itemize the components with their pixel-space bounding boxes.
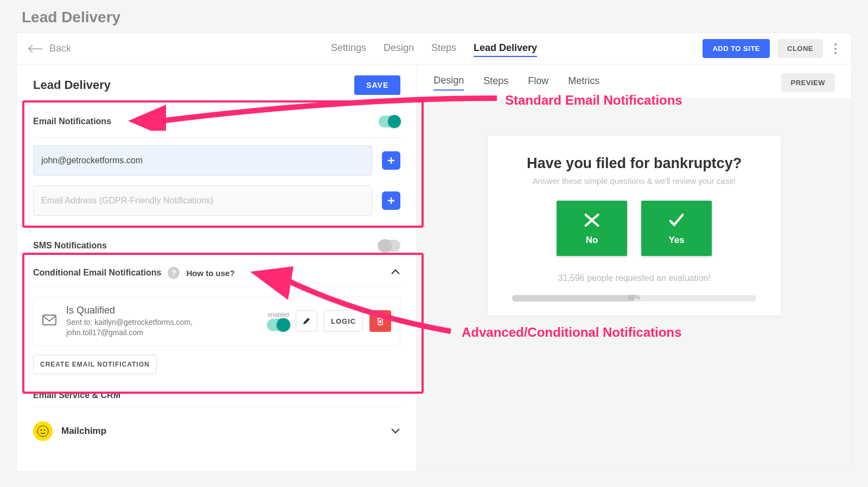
svg-point-2 [41, 429, 42, 431]
progress-bar: 50% [512, 295, 756, 302]
rule-toggle[interactable] [267, 319, 290, 331]
crm-section: Email Service & CRM [17, 384, 417, 418]
email-row-gdpr [33, 185, 400, 216]
back-label: Back [49, 43, 71, 54]
envelope-icon [42, 315, 56, 328]
mailchimp-icon [33, 421, 53, 441]
email-notifications-section: Email Notifications [17, 106, 417, 235]
content: Lead Delivery SAVE Email Notifications [17, 65, 851, 471]
preview-button[interactable]: PREVIEW [781, 73, 835, 92]
howto-link[interactable]: How to use? [186, 268, 234, 278]
add-email-button[interactable] [382, 151, 400, 170]
plus-icon [387, 157, 395, 164]
rule-actions: enabled LOGIC [267, 310, 391, 332]
notification-rule: Is Qualified Sent to: kaitlyn@getrocketf… [33, 297, 400, 346]
conditional-header[interactable]: Conditional Email Notifications ? How to… [33, 267, 400, 287]
form-title: Have you filed for bankruptcy? [499, 155, 770, 172]
crm-title: Email Service & CRM [33, 390, 120, 400]
option-no-label: No [586, 235, 598, 246]
rule-recipients: Sent to: kaitlyn@getrocketforms.com, joh… [66, 317, 258, 338]
right-column: Design Steps Flow Metrics PREVIEW Have y… [417, 65, 851, 471]
check-icon [667, 211, 686, 229]
page-title: Lead Delivery [16, 0, 852, 33]
more-menu-button[interactable] [831, 43, 840, 54]
top-tabs: Settings Design Steps Lead Delivery [331, 40, 537, 57]
pencil-icon [302, 317, 311, 325]
email-section-header: Email Notifications [33, 111, 400, 138]
progress-label: 50% [512, 294, 756, 300]
delete-rule-button[interactable] [369, 310, 391, 332]
right-tab-steps[interactable]: Steps [483, 75, 508, 90]
left-column: Lead Delivery SAVE Email Notifications [17, 65, 417, 471]
conditional-section: Conditional Email Notifications ? How to… [17, 264, 417, 384]
chevron-down-icon[interactable] [391, 426, 400, 436]
enabled-label: enabled [267, 311, 289, 318]
conditional-title: Conditional Email Notifications [33, 268, 161, 278]
top-actions: ADD TO SITE CLONE [703, 39, 840, 58]
email-toggle[interactable] [379, 116, 400, 127]
email-section-title: Email Notifications [33, 117, 111, 126]
logic-button[interactable]: LOGIC [324, 310, 363, 332]
right-tab-metrics[interactable]: Metrics [568, 75, 599, 90]
preview-area: Have you filed for bankruptcy? Answer th… [417, 98, 851, 471]
svg-point-3 [44, 429, 46, 431]
svg-point-1 [37, 426, 48, 437]
email-input[interactable] [33, 145, 372, 176]
top-bar: Back Settings Design Steps Lead Delivery… [17, 33, 851, 65]
rule-enabled: enabled [267, 311, 289, 331]
sms-section-header: SMS Notifications [33, 235, 400, 254]
help-icon: ? [168, 267, 180, 279]
create-notification-button[interactable]: CREATE EMAIL NOTIFICATION [33, 355, 157, 374]
tab-design[interactable]: Design [384, 40, 414, 57]
tab-steps[interactable]: Steps [431, 40, 456, 57]
plus-icon [387, 197, 395, 204]
option-no[interactable]: No [557, 201, 627, 256]
option-yes-label: Yes [668, 235, 684, 246]
edit-rule-button[interactable] [296, 310, 317, 332]
arrow-left-icon [28, 44, 43, 54]
form-options: No Yes [499, 201, 770, 256]
rule-body: Is Qualified Sent to: kaitlyn@getrocketf… [66, 305, 258, 338]
chevron-up-icon[interactable] [391, 268, 400, 278]
right-tab-flow[interactable]: Flow [528, 75, 548, 90]
left-header: Lead Delivery SAVE [17, 65, 417, 106]
back-button[interactable]: Back [28, 43, 71, 54]
add-to-site-button[interactable]: ADD TO SITE [703, 39, 770, 58]
sms-toggle[interactable] [379, 240, 400, 252]
sms-section-title: SMS Notifications [33, 241, 107, 251]
save-button[interactable]: SAVE [354, 75, 400, 95]
left-title: Lead Delivery [33, 78, 111, 92]
crm-header: Email Service & CRM [33, 386, 400, 407]
tab-settings[interactable]: Settings [331, 40, 366, 57]
email-row-primary [33, 145, 400, 176]
main-panel: Back Settings Design Steps Lead Delivery… [16, 33, 852, 472]
form-subtitle: Answer these simple questions & we'll re… [499, 176, 770, 185]
sms-section: SMS Notifications [17, 235, 417, 264]
trash-icon [376, 316, 385, 326]
gdpr-email-input[interactable] [33, 185, 372, 216]
right-tab-design[interactable]: Design [433, 75, 464, 91]
tab-lead-delivery[interactable]: Lead Delivery [474, 40, 537, 57]
right-tabs: Design Steps Flow Metrics PREVIEW [417, 65, 851, 98]
form-preview: Have you filed for bankruptcy? Answer th… [488, 136, 781, 316]
rule-name: Is Qualified [66, 305, 258, 316]
x-icon [583, 211, 601, 229]
clone-button[interactable]: CLONE [777, 39, 823, 58]
add-gdpr-email-button[interactable] [382, 191, 400, 210]
mailchimp-label: Mailchimp [61, 426, 106, 437]
svg-rect-0 [43, 315, 56, 325]
social-proof: 31,596 people requested an evaluation! [499, 273, 770, 283]
mailchimp-row[interactable]: Mailchimp [17, 418, 417, 443]
option-yes[interactable]: Yes [641, 201, 712, 256]
